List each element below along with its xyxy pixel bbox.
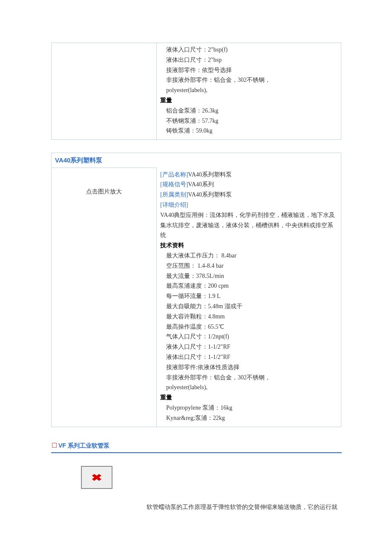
spec-table-1: 液体入口尺寸：2″bsp(f) 液体出口尺寸：2″bsp 接液部零件：依型号选择… bbox=[51, 43, 341, 140]
field-row: [产品名称]VA40系列塑料泵 bbox=[160, 170, 337, 180]
description: VA40典型应用例：流体卸料，化学药剂排空，桶液输送，地下水及集水坑排空，废液输… bbox=[160, 210, 337, 240]
weight-line: Polypropylene 泵浦：16kg bbox=[160, 403, 337, 413]
tech-line: 液体出口尺寸：1-1/2″RF bbox=[160, 352, 337, 362]
value-cat: VA40系列塑料泵 bbox=[188, 191, 231, 198]
tech-line: 非接液外部零件：铝合金，302不锈钢， bbox=[160, 373, 337, 383]
tech-line: 接液部零件:依液体性质选择 bbox=[160, 362, 337, 373]
broken-image-x: ✖ bbox=[91, 470, 102, 486]
tech-line: polyester(labels), bbox=[160, 382, 337, 393]
tech-line: 最大液体工作压力： 8.4bar bbox=[160, 251, 337, 261]
field-row: [所属类别]VA40系列塑料泵 bbox=[160, 190, 337, 200]
spec-table-2-left: 点击图片放大 bbox=[52, 168, 157, 427]
zoom-hint[interactable]: 点击图片放大 bbox=[55, 170, 153, 197]
label-spec: [规格信号] bbox=[160, 181, 188, 188]
weight-line: 铸铁泵浦：59.0kg bbox=[160, 126, 337, 136]
spec-line: 接液部零件：依型号选择 bbox=[160, 65, 337, 75]
tech-line: 最大容许颗粒：4.8mm bbox=[160, 312, 337, 322]
weight-heading: 重量 bbox=[160, 97, 172, 104]
spec-line: polyester(labels), bbox=[160, 85, 337, 95]
weight-line: Kynar&reg;泵浦：22kg bbox=[160, 413, 337, 423]
section-heading-text: VF 系列工业软管泵 bbox=[58, 442, 110, 449]
field-row: [详细介绍] bbox=[160, 200, 337, 210]
spec-line: 液体出口尺寸：2″bsp bbox=[160, 55, 337, 65]
bullet-icon bbox=[52, 443, 57, 448]
value-name: VA40系列塑料泵 bbox=[188, 171, 231, 178]
product-title: VA40系列塑料泵 bbox=[52, 153, 157, 168]
field-row: [规格信号]VA40系列 bbox=[160, 179, 337, 190]
tech-line: 空压范围： 1.4-8.4 bar bbox=[160, 261, 337, 271]
tech-heading: 技术资料 bbox=[160, 242, 184, 249]
spec-line: 非接液外部零件：铝合金，302不锈钢， bbox=[160, 75, 337, 85]
tech-line: 每一循环流量：1.9 L bbox=[160, 291, 337, 301]
tech-line: 最大自吸能力：5.48m 湿或干 bbox=[160, 301, 337, 312]
spec-table-1-left bbox=[52, 43, 157, 140]
broken-image-icon: ✖ bbox=[81, 466, 112, 489]
section-heading-vf: VF 系列工业软管泵 bbox=[51, 440, 342, 454]
value-spec: VA40系列 bbox=[188, 181, 213, 188]
label-cat: [所属类别] bbox=[160, 191, 188, 198]
spec-table-2-right: [产品名称]VA40系列塑料泵 [规格信号]VA40系列 [所属类别]VA40系… bbox=[157, 168, 341, 427]
tech-line: 最大流量：378.5L/min bbox=[160, 271, 337, 281]
tech-line: 最高操作温度：65.5℃ bbox=[160, 322, 337, 332]
weight-heading-2: 重量 bbox=[160, 394, 172, 401]
spec-line: 液体入口尺寸：2″bsp(f) bbox=[160, 45, 337, 55]
vf-paragraph: 软管蠕动泵的工作原理基于弹性软管的交替伸缩来输送物质，它的运行就 bbox=[51, 502, 341, 512]
spec-table-2: VA40系列塑料泵 点击图片放大 [产品名称]VA40系列塑料泵 [规格信号]V… bbox=[51, 153, 341, 427]
weight-line: 不锈钢泵浦：57.7kg bbox=[160, 116, 337, 126]
weight-line: 铝合金泵浦：26.3kg bbox=[160, 106, 337, 116]
label-name: [产品名称] bbox=[160, 171, 188, 178]
tech-line: 液体入口尺寸：1-1/2″RF bbox=[160, 342, 337, 352]
tech-line: 气体入口尺寸：1/2npt(f) bbox=[160, 332, 337, 342]
label-detail: [详细介绍] bbox=[160, 202, 188, 208]
tech-line: 最高泵浦速度：200 cpm bbox=[160, 281, 337, 291]
spec-table-1-right: 液体入口尺寸：2″bsp(f) 液体出口尺寸：2″bsp 接液部零件：依型号选择… bbox=[157, 43, 341, 140]
